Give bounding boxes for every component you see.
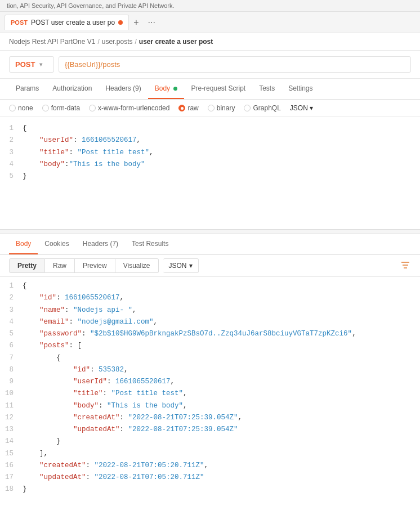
body-type-form-data[interactable]: form-data bbox=[42, 104, 80, 112]
tab-label: POST user create a user po bbox=[31, 19, 115, 26]
radio-urlencoded bbox=[89, 105, 96, 111]
response-tabs: Body Cookies Headers (7) Test Results bbox=[0, 234, 420, 255]
tab-body[interactable]: Body bbox=[148, 79, 185, 99]
resp-line-18: 18 } bbox=[0, 483, 420, 495]
req-line-4: 4 "body":"This is the body" bbox=[0, 159, 420, 171]
resp-tab-cookies[interactable]: Cookies bbox=[38, 234, 75, 254]
tab-tests[interactable]: Tests bbox=[252, 79, 282, 99]
resp-line-6: 6 "posts": [ bbox=[0, 340, 420, 352]
resp-line-13: 13 "updatedAt": "2022-08-21T07:25:39.054… bbox=[0, 424, 420, 436]
method-selector[interactable]: POST ▾ bbox=[9, 56, 54, 73]
resp-line-12: 12 "createdAt": "2022-08-21T07:25:39.054… bbox=[0, 412, 420, 424]
response-format-selector[interactable]: JSON ▾ bbox=[163, 258, 199, 273]
resp-line-4: 4 "email": "nodejs@gmail.com", bbox=[0, 316, 420, 328]
resp-line-17: 17 "updatedAt": "2022-08-21T07:05:20.711… bbox=[0, 472, 420, 483]
breadcrumb-part-1[interactable]: Nodejs Rest API PartOne V1 bbox=[9, 38, 95, 46]
method-label: POST bbox=[15, 60, 35, 69]
body-type-bar: none form-data x-www-form-urlencoded raw… bbox=[0, 100, 420, 117]
top-banner: tion, API Security, API Governance, and … bbox=[0, 0, 420, 12]
url-bar: POST ▾ bbox=[0, 51, 420, 79]
format-visualize-btn[interactable]: Visualize bbox=[115, 258, 159, 273]
section-divider bbox=[0, 230, 420, 234]
resp-line-5: 5 "password": "$2b$10$HG9W6pBrkngakPzSBs… bbox=[0, 328, 420, 340]
method-chevron: ▾ bbox=[39, 61, 42, 68]
active-tab[interactable]: POST POST user create a user po bbox=[5, 15, 129, 30]
response-format-bar: Pretty Raw Preview Visualize JSON ▾ bbox=[0, 255, 420, 277]
resp-line-15: 15 ], bbox=[0, 448, 420, 460]
body-type-binary[interactable]: binary bbox=[208, 104, 235, 112]
request-body-editor[interactable]: 1 { 2 "userId": 1661065520617, 3 "title"… bbox=[0, 117, 420, 230]
tab-settings[interactable]: Settings bbox=[282, 79, 319, 99]
body-type-graphql[interactable]: GraphQL bbox=[244, 104, 280, 112]
req-line-3: 3 "title": "Post title test", bbox=[0, 147, 420, 159]
response-body: 1 { 2 "id": 1661065520617, 3 "name": "No… bbox=[0, 277, 420, 499]
breadcrumb: Nodejs Rest API PartOne V1 / user.posts … bbox=[0, 33, 420, 51]
resp-line-1: 1 { bbox=[0, 280, 420, 292]
resp-line-7: 7 { bbox=[0, 352, 420, 364]
req-line-1: 1 { bbox=[0, 123, 420, 135]
breadcrumb-current: user create a user post bbox=[139, 38, 213, 46]
radio-raw bbox=[178, 105, 185, 111]
body-type-raw[interactable]: raw bbox=[178, 104, 198, 112]
resp-line-10: 10 "title": "Post title test", bbox=[0, 388, 420, 400]
req-line-5: 5 } bbox=[0, 171, 420, 182]
breadcrumb-part-2[interactable]: user.posts bbox=[102, 38, 133, 46]
req-line-2: 2 "userId": 1661065520617, bbox=[0, 135, 420, 146]
resp-tab-test-results[interactable]: Test Results bbox=[125, 234, 175, 254]
format-pretty-btn[interactable]: Pretty bbox=[9, 258, 45, 273]
format-raw-btn[interactable]: Raw bbox=[45, 258, 75, 273]
radio-graphql bbox=[244, 105, 251, 111]
tab-pre-request[interactable]: Pre-request Script bbox=[184, 79, 252, 99]
resp-line-3: 3 "name": "Nodejs api- ", bbox=[0, 304, 420, 316]
filter-icon[interactable] bbox=[400, 259, 411, 272]
resp-tab-body[interactable]: Body bbox=[9, 234, 38, 254]
tab-unsaved-dot bbox=[118, 20, 123, 25]
request-tabs: Params Authorization Headers (9) Body Pr… bbox=[0, 79, 420, 100]
resp-tab-headers[interactable]: Headers (7) bbox=[76, 234, 125, 254]
tab-headers[interactable]: Headers (9) bbox=[99, 79, 148, 99]
tab-bar: POST POST user create a user po + ··· bbox=[0, 12, 420, 33]
resp-line-9: 9 "userId": 1661065520617, bbox=[0, 376, 420, 388]
pretty-btn-group: Pretty Raw Preview Visualize bbox=[9, 258, 159, 273]
json-format-selector[interactable]: JSON ▾ bbox=[290, 104, 313, 112]
tab-authorization[interactable]: Authorization bbox=[46, 79, 99, 99]
resp-line-8: 8 "id": 535382, bbox=[0, 364, 420, 376]
resp-line-11: 11 "body": "This is the body", bbox=[0, 400, 420, 412]
tab-params[interactable]: Params bbox=[9, 79, 46, 99]
body-data-dot bbox=[173, 87, 177, 91]
resp-line-16: 16 "createdAt": "2022-08-21T07:05:20.711… bbox=[0, 460, 420, 472]
more-tabs-button[interactable]: ··· bbox=[143, 14, 159, 31]
url-input[interactable] bbox=[59, 56, 411, 73]
body-type-urlencoded[interactable]: x-www-form-urlencoded bbox=[89, 104, 169, 112]
method-badge: POST bbox=[11, 19, 28, 26]
new-tab-button[interactable]: + bbox=[129, 14, 143, 31]
format-preview-btn[interactable]: Preview bbox=[75, 258, 115, 273]
radio-form-data bbox=[42, 105, 49, 111]
body-type-none[interactable]: none bbox=[9, 104, 33, 112]
resp-line-2: 2 "id": 1661065520617, bbox=[0, 292, 420, 304]
radio-binary bbox=[208, 105, 215, 111]
resp-line-14: 14 } bbox=[0, 436, 420, 447]
radio-none bbox=[9, 105, 16, 111]
